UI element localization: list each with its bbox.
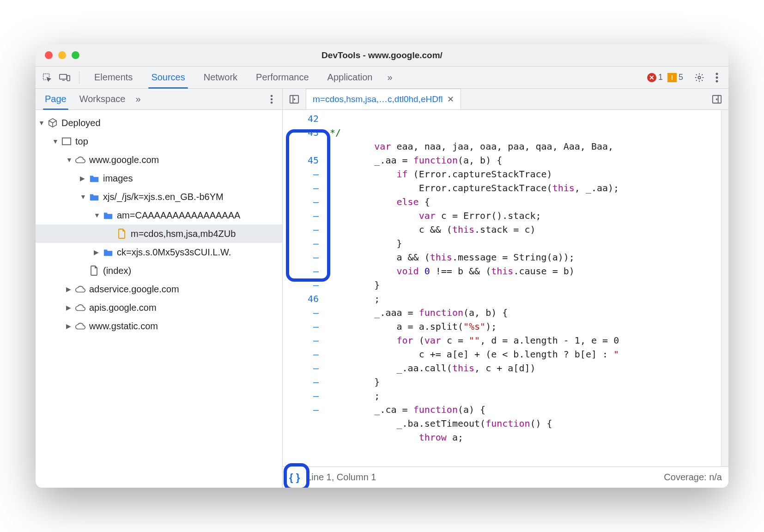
line-number[interactable]: –: [285, 306, 319, 320]
tree-row[interactable]: ▶www.gstatic.com: [36, 317, 282, 335]
maximize-window-button[interactable]: [72, 51, 79, 59]
code-editor[interactable]: 424345–––––––––46–––––––– */ var eaa, na…: [283, 110, 728, 466]
tree-row[interactable]: ▶ck=xjs.s.0Mx5ys3sCUI.L.W.: [36, 243, 282, 261]
tab-elements[interactable]: Elements: [86, 66, 141, 88]
tabs-overflow[interactable]: »: [382, 66, 397, 88]
tree-label: www.google.com: [89, 154, 159, 166]
scrollbar[interactable]: [721, 110, 728, 466]
cloud-icon: [74, 320, 86, 332]
tab-performance[interactable]: Performance: [248, 66, 317, 88]
tree-row[interactable]: ▼Deployed: [36, 114, 282, 132]
sidebar-tab-page[interactable]: Page: [38, 89, 73, 109]
line-number[interactable]: –: [285, 333, 319, 347]
warning-count[interactable]: ! 5: [667, 73, 683, 82]
svg-rect-1: [60, 74, 67, 79]
sidebar-tab-workspace[interactable]: Workspace: [73, 89, 132, 109]
line-number[interactable]: 46: [285, 292, 319, 306]
line-number[interactable]: [285, 417, 319, 430]
line-number[interactable]: [285, 139, 319, 153]
tree-label: Deployed: [61, 117, 101, 129]
svg-rect-10: [62, 138, 71, 145]
sidebar-tabs-overflow[interactable]: »: [132, 89, 144, 109]
frame-icon: [61, 135, 73, 147]
line-number[interactable]: –: [285, 236, 319, 250]
editor-pane: m=cdos,hsm,jsa,…c,dtl0hd,eHDfl ✕ 424345–…: [283, 89, 728, 488]
tree-label: xjs/_/js/k=xjs.s.en_GB.-b6YM: [103, 191, 224, 203]
line-number[interactable]: –: [285, 389, 319, 403]
svg-point-6: [716, 80, 718, 82]
code-content[interactable]: */ var eaa, naa, jaa, oaa, paa, qaa, Aaa…: [327, 110, 721, 466]
tree-row[interactable]: ▶images: [36, 169, 282, 187]
line-number[interactable]: –: [285, 167, 319, 181]
line-number[interactable]: –: [285, 278, 319, 292]
pretty-print-button[interactable]: { }: [289, 472, 300, 484]
close-tab-icon[interactable]: ✕: [447, 94, 454, 104]
more-icon[interactable]: [709, 70, 725, 85]
tab-sources[interactable]: Sources: [143, 66, 193, 88]
line-number[interactable]: –: [285, 361, 319, 375]
line-number[interactable]: –: [285, 195, 319, 209]
tree-row[interactable]: ▼am=CAAAAAAAAAAAAAAAA: [36, 206, 282, 224]
svg-point-9: [271, 102, 273, 104]
main-toolbar: Elements Sources Network Performance App…: [36, 66, 728, 89]
minimize-window-button[interactable]: [58, 51, 66, 59]
line-number[interactable]: –: [285, 223, 319, 236]
settings-icon[interactable]: [691, 70, 707, 85]
chevron-down-icon[interactable]: ▼: [80, 193, 88, 201]
tree-row[interactable]: (index): [36, 261, 282, 280]
chevron-right-icon[interactable]: ▶: [94, 248, 102, 256]
chevron-down-icon[interactable]: ▼: [38, 119, 47, 127]
svg-point-3: [698, 76, 701, 79]
line-number[interactable]: 43: [285, 126, 319, 139]
navigator-sidebar: Page Workspace » ▼Deployed▼top▼www.googl…: [36, 89, 283, 488]
window-title: DevTools - www.google.com/: [36, 50, 728, 60]
toggle-navigator-icon[interactable]: [286, 91, 302, 107]
close-window-button[interactable]: [45, 51, 53, 59]
line-number[interactable]: 42: [285, 112, 319, 126]
line-number[interactable]: 45: [285, 153, 319, 167]
tree-row[interactable]: ▼www.google.com: [36, 151, 282, 169]
tree-label: m=cdos,hsm,jsa,mb4ZUb: [131, 228, 236, 240]
chevron-right-icon[interactable]: ▶: [66, 285, 74, 293]
svg-point-5: [716, 76, 718, 79]
line-number[interactable]: –: [285, 250, 319, 264]
chevron-down-icon[interactable]: ▼: [94, 211, 102, 219]
editor-tab-open-file[interactable]: m=cdos,hsm,jsa,…c,dtl0hd,eHDfl ✕: [306, 89, 461, 109]
error-count[interactable]: ✕ 1: [647, 73, 663, 82]
line-number[interactable]: –: [285, 320, 319, 333]
line-number[interactable]: –: [285, 347, 319, 361]
line-gutter[interactable]: 424345–––––––––46––––––––: [283, 110, 327, 466]
chevron-down-icon[interactable]: ▼: [66, 156, 74, 164]
sidebar-more-icon[interactable]: [264, 91, 279, 107]
line-number[interactable]: –: [285, 264, 319, 278]
svg-rect-2: [67, 75, 70, 80]
line-number[interactable]: –: [285, 403, 319, 417]
tree-row[interactable]: m=cdos,hsm,jsa,mb4ZUb: [36, 224, 282, 243]
tab-network[interactable]: Network: [195, 66, 246, 88]
svg-point-7: [271, 95, 273, 97]
error-icon: ✕: [647, 73, 656, 82]
tree-label: (index): [103, 265, 131, 277]
file-tree[interactable]: ▼Deployed▼top▼www.google.com▶images▼xjs/…: [36, 110, 282, 488]
window-titlebar: DevTools - www.google.com/: [36, 44, 728, 66]
tree-label: adservice.google.com: [89, 283, 179, 295]
svg-point-4: [716, 73, 718, 75]
chevron-right-icon[interactable]: ▶: [80, 174, 88, 182]
folder-icon: [88, 191, 100, 203]
chevron-right-icon[interactable]: ▶: [66, 322, 74, 330]
chevron-right-icon[interactable]: ▶: [66, 303, 74, 312]
tree-row[interactable]: ▼top: [36, 132, 282, 151]
device-icon[interactable]: [57, 70, 73, 85]
line-number[interactable]: –: [285, 209, 319, 223]
cloud-icon: [74, 154, 86, 166]
tree-row[interactable]: ▶adservice.google.com: [36, 280, 282, 298]
tree-row[interactable]: ▼xjs/_/js/k=xjs.s.en_GB.-b6YM: [36, 187, 282, 206]
tree-row[interactable]: ▶apis.google.com: [36, 298, 282, 317]
warning-icon: !: [667, 73, 677, 82]
toggle-debugger-icon[interactable]: [709, 91, 725, 107]
line-number[interactable]: –: [285, 181, 319, 195]
line-number[interactable]: –: [285, 375, 319, 389]
chevron-down-icon[interactable]: ▼: [52, 137, 61, 145]
inspect-icon[interactable]: [39, 70, 55, 85]
tab-application[interactable]: Application: [319, 66, 381, 88]
